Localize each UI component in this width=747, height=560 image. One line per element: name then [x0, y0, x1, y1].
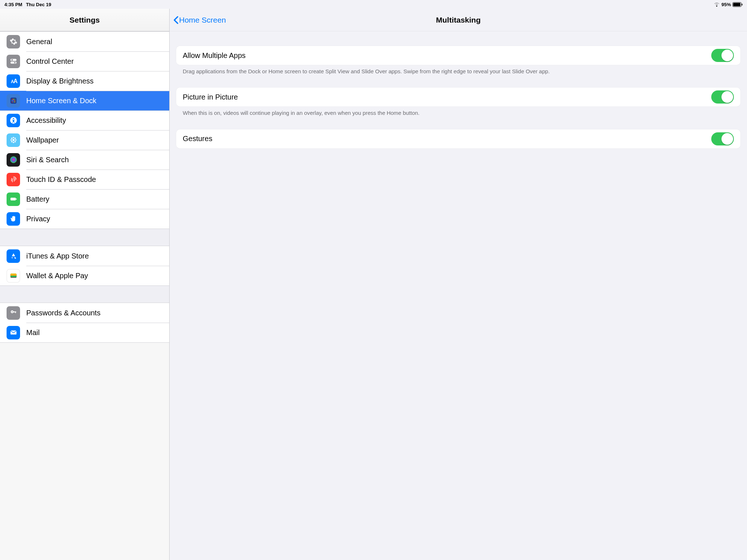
setting-title: Gestures	[183, 135, 212, 143]
flower-icon	[7, 133, 20, 147]
sidebar-item-label: Accessibility	[26, 116, 66, 125]
svg-point-25	[15, 139, 16, 141]
sidebar-item-label: Mail	[26, 328, 40, 337]
svg-point-21	[12, 139, 15, 141]
sidebar-item-wallpaper[interactable]: Wallpaper	[0, 130, 169, 150]
sidebar-item-label: Passwords & Accounts	[26, 309, 100, 317]
sidebar-item-wallet-apple-pay[interactable]: Wallet & Apple Pay	[0, 266, 169, 285]
setting-footer: When this is on, videos will continue pl…	[176, 106, 460, 117]
sidebar-title: Settings	[0, 9, 169, 31]
sidebar-item-itunes-app-store[interactable]: iTunes & App Store	[0, 246, 169, 266]
mail-icon	[7, 326, 20, 339]
status-bar: 4:35 PM Thu Dec 19 95%	[0, 0, 460, 9]
svg-point-10	[12, 99, 13, 100]
sidebar-item-label: Privacy	[26, 215, 50, 223]
toggles-icon	[7, 55, 20, 68]
svg-point-18	[14, 101, 15, 102]
siri-icon	[7, 153, 20, 167]
svg-point-13	[12, 100, 13, 101]
fingerprint-icon	[7, 173, 20, 186]
accessibility-icon	[7, 114, 20, 127]
sidebar-item-label: General	[26, 38, 52, 46]
home-grid-icon	[7, 94, 20, 108]
svg-point-15	[14, 100, 15, 101]
hand-icon	[7, 212, 20, 226]
svg-point-17	[13, 101, 14, 102]
sidebar-item-label: Home Screen & Dock	[26, 97, 96, 105]
setting-row-allow-multiple-apps: Allow Multiple Apps	[176, 46, 460, 65]
sidebar-item-accessibility[interactable]: Accessibility	[0, 110, 169, 130]
svg-rect-31	[10, 198, 16, 200]
sidebar-item-mail[interactable]: Mail	[0, 323, 169, 342]
svg-point-4	[11, 59, 13, 61]
setting-title: Picture in Picture	[183, 93, 238, 101]
gear-icon	[7, 35, 20, 48]
setting-row-gestures: Gestures	[176, 129, 460, 148]
svg-point-30	[10, 156, 16, 163]
svg-point-12	[14, 99, 15, 100]
svg-point-11	[13, 99, 14, 100]
key-icon	[7, 306, 20, 320]
sidebar-item-label: Siri & Search	[26, 156, 69, 164]
svg-rect-3	[10, 59, 16, 61]
svg-point-29	[14, 141, 16, 143]
status-date: Thu Dec 19	[26, 2, 51, 7]
svg-rect-36	[10, 276, 16, 277]
svg-point-22	[12, 137, 14, 139]
sidebar: Settings GeneralControl CenterAADisplay …	[0, 9, 170, 345]
svg-rect-5	[10, 62, 16, 64]
sidebar-item-control-center[interactable]: Control Center	[0, 51, 169, 71]
sidebar-item-siri-search[interactable]: Siri & Search	[0, 150, 169, 170]
status-time: 4:35 PM	[4, 2, 22, 7]
svg-point-27	[14, 137, 16, 139]
svg-point-24	[10, 139, 12, 141]
svg-point-23	[12, 141, 14, 143]
svg-point-26	[11, 137, 12, 139]
sidebar-item-passwords-accounts[interactable]: Passwords & Accounts	[0, 303, 169, 323]
svg-point-38	[11, 311, 12, 312]
svg-point-20	[13, 118, 14, 119]
svg-point-14	[13, 100, 14, 101]
svg-rect-40	[15, 312, 16, 313]
sidebar-item-general[interactable]: General	[0, 32, 169, 51]
sidebar-item-display-brightness[interactable]: AADisplay & Brightness	[0, 71, 169, 91]
chevron-left-icon	[173, 16, 178, 24]
battery-set-icon	[7, 192, 20, 206]
page-title: Multitasking	[436, 16, 460, 24]
sidebar-item-label: Wallet & Apple Pay	[26, 272, 88, 280]
svg-point-28	[11, 141, 12, 143]
sidebar-item-label: Touch ID & Passcode	[26, 175, 96, 184]
back-button[interactable]: Home Screen	[173, 16, 226, 24]
sidebar-item-home-screen-dock[interactable]: Home Screen & Dock	[0, 91, 169, 110]
svg-point-16	[12, 101, 13, 102]
svg-text:A: A	[13, 78, 18, 84]
svg-rect-41	[10, 331, 16, 335]
setting-title: Allow Multiple Apps	[183, 51, 245, 60]
sidebar-item-label: Battery	[26, 195, 49, 203]
setting-footer: Drag applications from the Dock or Home …	[176, 65, 460, 75]
wallet-icon	[7, 269, 20, 283]
svg-point-6	[14, 62, 15, 63]
text-size-icon: AA	[7, 74, 20, 88]
appstore-icon	[7, 249, 20, 263]
sidebar-item-label: Display & Brightness	[26, 77, 94, 85]
sidebar-item-label: Wallpaper	[26, 136, 59, 144]
sidebar-item-battery[interactable]: Battery	[0, 189, 169, 209]
svg-rect-32	[16, 198, 16, 200]
setting-row-picture-in-picture: Picture in Picture	[176, 88, 460, 106]
sidebar-item-label: Control Center	[26, 57, 74, 66]
sidebar-item-touch-id-passcode[interactable]: Touch ID & Passcode	[0, 170, 169, 189]
detail-pane: Home Screen Multitasking Allow Multiple …	[170, 9, 460, 345]
back-label: Home Screen	[179, 16, 226, 24]
sidebar-item-privacy[interactable]: Privacy	[0, 209, 169, 229]
sidebar-item-label: iTunes & App Store	[26, 252, 89, 260]
